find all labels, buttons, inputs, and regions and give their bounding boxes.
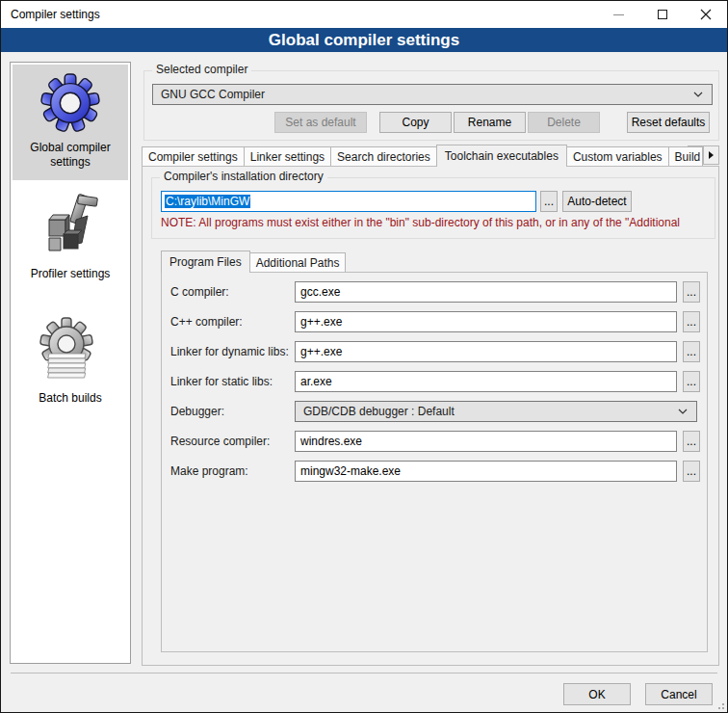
sidebar-item-label: Batch builds xyxy=(35,391,105,406)
tab-scroll-right-button[interactable] xyxy=(703,145,719,165)
make-program-browse-button[interactable]: ... xyxy=(683,461,700,482)
maximize-button[interactable] xyxy=(640,1,684,28)
inner-tabstrip: Program Files Additional Paths xyxy=(161,251,345,272)
close-icon xyxy=(700,9,712,20)
installation-directory-input[interactable]: C:\raylib\MinGW xyxy=(161,191,536,212)
cpp-compiler-browse-button[interactable]: ... xyxy=(683,311,700,332)
footer-buttons: OK Cancel xyxy=(563,683,713,705)
maximize-icon xyxy=(658,10,667,19)
sidebar-item-label: Global compiler settings xyxy=(13,141,128,170)
static-linker-browse-button[interactable]: ... xyxy=(683,371,700,392)
banner-title: Global compiler settings xyxy=(1,28,727,52)
make-program-label: Make program: xyxy=(170,464,295,478)
make-program-row: Make program: ... xyxy=(170,461,700,482)
sidebar-item-global-compiler-settings[interactable]: Global compiler settings xyxy=(13,65,128,180)
resource-compiler-browse-button[interactable]: ... xyxy=(683,431,700,452)
compiler-select[interactable]: GNU GCC Compiler xyxy=(152,84,713,105)
close-button[interactable] xyxy=(684,1,727,28)
footer-divider xyxy=(11,673,717,673)
triangle-right-icon xyxy=(709,151,714,159)
cancel-button[interactable]: Cancel xyxy=(645,683,713,705)
set-as-default-button[interactable]: Set as default xyxy=(274,112,367,133)
installation-directory-row: C:\raylib\MinGW ... Auto-detect xyxy=(161,191,632,212)
resource-compiler-label: Resource compiler: xyxy=(170,435,295,448)
program-files-page: C compiler: ... C++ compiler: ... Linker… xyxy=(161,272,708,652)
cpp-compiler-row: C++ compiler: ... xyxy=(170,311,700,332)
sidebar-item-label: Profiler settings xyxy=(27,267,115,281)
c-compiler-browse-button[interactable]: ... xyxy=(683,281,700,303)
tab-additional-paths[interactable]: Additional Paths xyxy=(249,252,347,272)
static-linker-input[interactable] xyxy=(295,371,677,392)
gear-stack-icon xyxy=(39,317,101,384)
tab-program-files[interactable]: Program Files xyxy=(161,251,250,273)
delete-button[interactable]: Delete xyxy=(528,112,600,133)
compiler-select-value: GNU GCC Compiler xyxy=(161,88,693,101)
copy-button[interactable]: Copy xyxy=(379,112,452,133)
resource-compiler-input[interactable] xyxy=(295,431,677,452)
resource-compiler-row: Resource compiler: ... xyxy=(170,431,700,452)
caliper-icon xyxy=(39,193,101,260)
dynamic-linker-browse-button[interactable]: ... xyxy=(683,341,700,362)
toolchain-form: C compiler: ... C++ compiler: ... Linker… xyxy=(162,273,707,482)
reset-defaults-button[interactable]: Reset defaults xyxy=(627,112,710,133)
titlebar: Compiler settings xyxy=(1,1,727,28)
debugger-label: Debugger: xyxy=(170,405,295,418)
selected-compiler-legend: Selected compiler xyxy=(152,63,251,76)
installation-directory-value: C:\raylib\MinGW xyxy=(165,195,250,208)
c-compiler-input[interactable] xyxy=(295,281,677,303)
compiler-buttons-row: Set as default Copy Rename Delete Reset … xyxy=(144,112,718,133)
installation-note: NOTE: All programs must exist either in … xyxy=(161,216,709,229)
debugger-row: Debugger: GDB/CDB debugger : Default xyxy=(170,401,700,422)
dynamic-linker-input[interactable] xyxy=(295,341,677,362)
rename-button[interactable]: Rename xyxy=(454,112,526,133)
settings-category-list: Global compiler settings xyxy=(10,62,131,664)
tab-build-options[interactable]: Build options xyxy=(668,146,703,166)
toolchain-executables-page: Compiler's installation directory C:\ray… xyxy=(142,166,719,666)
minimize-icon xyxy=(613,14,624,15)
debugger-select-value: GDB/CDB debugger : Default xyxy=(303,405,678,418)
browse-directory-button[interactable]: ... xyxy=(540,191,558,212)
chevron-down-icon xyxy=(693,92,703,97)
dynamic-linker-label: Linker for dynamic libs: xyxy=(170,345,295,358)
static-linker-label: Linker for static libs: xyxy=(170,375,295,388)
make-program-input[interactable] xyxy=(295,461,677,482)
tab-custom-variables[interactable]: Custom variables xyxy=(566,146,669,166)
selected-compiler-group: Selected compiler GNU GCC Compiler Set a… xyxy=(143,70,719,141)
cpp-compiler-input[interactable] xyxy=(295,311,677,332)
sidebar-item-batch-builds[interactable]: Batch builds xyxy=(11,291,130,415)
debugger-select[interactable]: GDB/CDB debugger : Default xyxy=(295,401,697,422)
cpp-compiler-label: C++ compiler: xyxy=(170,315,295,329)
installation-directory-group: Compiler's installation directory C:\ray… xyxy=(151,177,715,239)
chevron-down-icon xyxy=(678,409,688,414)
blue-gear-icon xyxy=(40,70,100,134)
tab-compiler-settings[interactable]: Compiler settings xyxy=(142,146,245,166)
installation-directory-legend: Compiler's installation directory xyxy=(160,170,327,183)
static-linker-row: Linker for static libs: ... xyxy=(170,371,700,392)
tab-search-directories[interactable]: Search directories xyxy=(330,146,437,166)
compiler-settings-dialog: Compiler settings Global compiler settin… xyxy=(0,0,728,713)
main-tabstrip: Compiler settings Linker settings Search… xyxy=(142,145,702,166)
tab-toolchain-executables[interactable]: Toolchain executables xyxy=(436,145,567,167)
window-title: Compiler settings xyxy=(1,8,100,21)
tab-linker-settings[interactable]: Linker settings xyxy=(244,146,331,166)
dynamic-linker-row: Linker for dynamic libs: ... xyxy=(170,341,700,362)
minimize-button[interactable] xyxy=(597,1,640,28)
window-controls xyxy=(597,1,727,28)
auto-detect-button[interactable]: Auto-detect xyxy=(562,191,632,212)
sidebar-item-profiler-settings[interactable]: Profiler settings xyxy=(11,182,130,291)
ok-button[interactable]: OK xyxy=(563,683,631,705)
resize-grip[interactable] xyxy=(715,700,724,709)
c-compiler-label: C compiler: xyxy=(170,285,295,299)
c-compiler-row: C compiler: ... xyxy=(170,281,700,303)
